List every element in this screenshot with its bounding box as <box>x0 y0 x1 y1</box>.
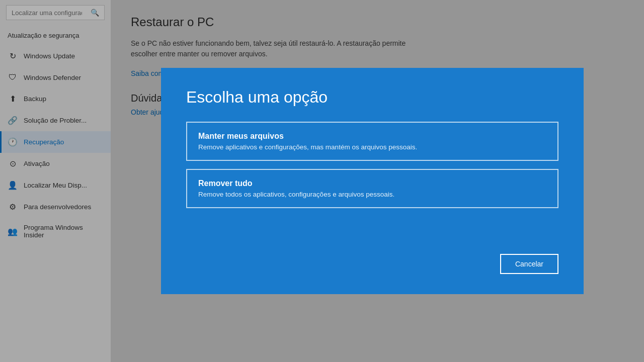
keep-files-title: Manter meus arquivos <box>198 132 546 141</box>
restore-options-modal: Escolha uma opção Manter meus arquivos R… <box>161 68 584 294</box>
modal-title: Escolha uma opção <box>186 88 558 107</box>
keep-files-option[interactable]: Manter meus arquivos Remove aplicativos … <box>186 122 558 161</box>
cancel-button[interactable]: Cancelar <box>500 254 558 274</box>
modal-footer: Cancelar <box>186 239 558 274</box>
keep-files-description: Remove aplicativos e configurações, mas … <box>198 143 546 151</box>
remove-all-description: Remove todos os aplicativos, configuraçõ… <box>198 191 546 198</box>
modal-overlay: Escolha uma opção Manter meus arquivos R… <box>0 0 644 362</box>
remove-all-option[interactable]: Remover tudo Remove todos os aplicativos… <box>186 169 558 208</box>
remove-all-title: Remover tudo <box>198 179 546 188</box>
